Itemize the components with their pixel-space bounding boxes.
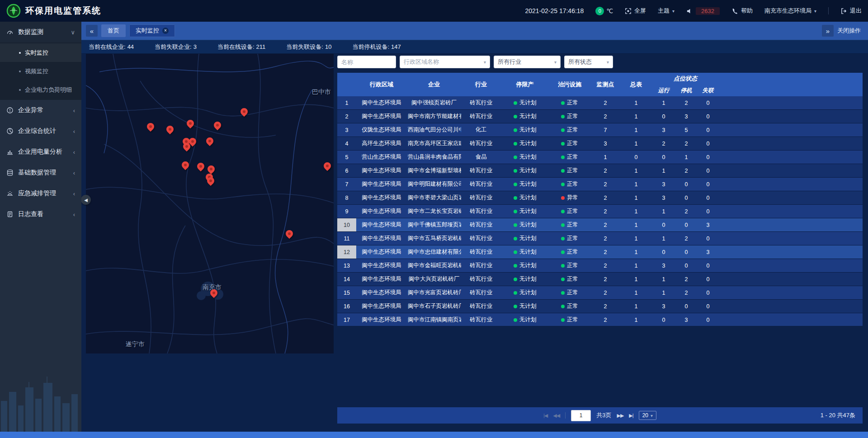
- industry-filter-select[interactable]: 所有行业 ▾: [494, 56, 561, 68]
- table-row[interactable]: 12阆中生态环境局阆中市忠信建材有限公砖瓦行业无计划正常21003: [337, 245, 863, 259]
- cell-meter: 1: [620, 300, 652, 313]
- region-filter-select[interactable]: 行政区域名称 ▾: [400, 56, 490, 68]
- sidebar-item-data-monitor[interactable]: 数据监测∨: [0, 22, 81, 42]
- sidebar-item-emergency-reduction[interactable]: 应急减排管理‹: [0, 183, 81, 204]
- chevron-left-icon: ‹: [73, 170, 75, 176]
- logout-button[interactable]: 退出: [840, 7, 862, 15]
- cell-region: 阆中生态环境局: [356, 96, 407, 110]
- table-row[interactable]: 5营山生态环境局营山县润丰肉食品有限食品无计划正常10010: [337, 151, 863, 164]
- cell-monitor: 7: [590, 123, 620, 137]
- map-pin[interactable]: [181, 160, 189, 171]
- tab-home[interactable]: 首页: [101, 24, 126, 37]
- sidebar-item-label: 企业异常: [18, 106, 69, 114]
- cell-region: 阆中生态环境局: [356, 259, 407, 273]
- status-dot-icon: [561, 264, 565, 268]
- cell-industry: 砖瓦行业: [461, 286, 501, 300]
- table-row[interactable]: 14阆中生态环境局阆中大兴页岩机砖厂砖瓦行业无计划正常21120: [337, 273, 863, 286]
- table-row[interactable]: 7阆中生态环境局阆中明阳建材有限公司砖瓦行业无计划正常21300: [337, 178, 863, 191]
- cell-meter: 1: [620, 313, 652, 326]
- map-pin[interactable]: [210, 288, 218, 299]
- tab-realtime-monitor[interactable]: 实时监控 ×: [129, 24, 175, 37]
- cell-region: 阆中生态环境局: [356, 232, 407, 245]
- map-pin[interactable]: [206, 137, 214, 147]
- sidebar-item-video-monitor[interactable]: 视频监控: [0, 62, 81, 80]
- close-tab-icon[interactable]: ×: [162, 28, 169, 34]
- last-page-button[interactable]: ▶|: [629, 413, 633, 419]
- map-pin[interactable]: [166, 125, 174, 136]
- sidebar-item-enterprise-abnormal[interactable]: 企业异常‹: [0, 100, 81, 121]
- header-divider: [828, 7, 829, 14]
- status-dot-icon: [514, 142, 517, 146]
- cell-monitor: 2: [590, 110, 620, 123]
- cell-facility: 正常: [549, 205, 590, 218]
- table-row[interactable]: 11阆中生态环境局阆中市五马桥页岩机砖砖瓦行业无计划正常21120: [337, 232, 863, 245]
- table-row[interactable]: 15阆中生态环境局阆中市光富页岩机砖厂砖瓦行业无计划正常21120: [337, 286, 863, 300]
- map-pin[interactable]: [213, 121, 222, 132]
- sidebar-item-power-usage-analysis[interactable]: 企业用电量分析‹: [0, 141, 81, 162]
- cell-facility: 正常: [549, 313, 590, 326]
- cell-lost: 0: [697, 96, 719, 110]
- name-filter-input[interactable]: [337, 56, 396, 68]
- cell-meter: 1: [620, 273, 652, 286]
- theme-dropdown[interactable]: 主题▾: [658, 7, 675, 15]
- cell-region: 阆中生态环境局: [356, 110, 407, 123]
- col-header-index: [337, 73, 356, 96]
- status-dot-icon: [561, 101, 565, 105]
- cell-facility: 正常: [549, 286, 590, 300]
- chevron-down-icon: ▾: [814, 9, 816, 14]
- status-filter-select[interactable]: 所有状态 ▾: [564, 56, 613, 68]
- map-pin[interactable]: [285, 229, 293, 240]
- sidebar-item-realtime-monitor[interactable]: 实时监控: [0, 43, 81, 62]
- cell-industry: 食品: [461, 151, 501, 164]
- help-button[interactable]: 帮助: [731, 7, 753, 15]
- tabs-scroll-left-button[interactable]: «: [86, 25, 98, 37]
- map-pin[interactable]: [197, 162, 205, 173]
- cell-stop: 0: [675, 300, 697, 313]
- table-row[interactable]: 4高坪生态环境局南充市高坪区王家店建砖瓦行业无计划正常31220: [337, 137, 863, 151]
- cell-industry: 砖瓦行业: [461, 273, 501, 286]
- cell-facility: 正常: [549, 151, 590, 164]
- status-dot-icon: [514, 223, 517, 227]
- map-pin[interactable]: [207, 176, 215, 187]
- table-row[interactable]: 13阆中生态环境局阆中市金福旺页岩机砖砖瓦行业无计划正常21300: [337, 259, 863, 273]
- table-row[interactable]: 16阆中生态环境局阆中市石子页岩机砖厂砖瓦行业无计划正常21300: [337, 300, 863, 313]
- table-row[interactable]: 8阆中生态环境局阆中市枣碧大梁山页岩砖瓦行业无计划异常21300: [337, 191, 863, 205]
- cell-index: 12: [337, 245, 356, 259]
- map-pin[interactable]: [240, 107, 248, 118]
- table-row[interactable]: 17阆中生态环境局阆中市江南镇阆南页岩砖瓦行业无计划正常21030: [337, 313, 863, 326]
- cell-monitor: 2: [590, 164, 620, 178]
- map-pin[interactable]: [146, 122, 155, 133]
- col-header-stop: 停机: [675, 85, 697, 96]
- sidebar-item-power-load-detail[interactable]: 企业电力负荷明细: [0, 80, 81, 99]
- first-page-button[interactable]: |◀: [543, 413, 547, 419]
- datetime-label: 2021-02-25 17:46:18: [525, 7, 584, 14]
- cell-meter: 1: [620, 110, 652, 123]
- table-row[interactable]: 10阆中生态环境局阆中千佛镇五郎垭页岩砖瓦行业无计划正常21003: [337, 218, 863, 232]
- temperature-badge: 0 ℃: [595, 7, 613, 15]
- sidebar-item-enterprise-statistics[interactable]: 企业综合统计‹: [0, 121, 81, 141]
- map-pin[interactable]: [323, 161, 331, 172]
- cell-index: 9: [337, 205, 356, 218]
- map-pin[interactable]: [186, 119, 194, 130]
- alert-indicator[interactable]: 2632: [686, 7, 720, 15]
- org-dropdown[interactable]: 南充市生态环境局▾: [764, 7, 816, 15]
- table-row[interactable]: 9阆中生态环境局阆中市二龙长宝页岩砖砖瓦行业无计划正常21120: [337, 205, 863, 218]
- prev-page-button[interactable]: ◀◀: [553, 413, 560, 419]
- table-row[interactable]: 2阆中生态环境局阆中市南方节能建材有砖瓦行业无计划正常21030: [337, 110, 863, 123]
- page-size-select[interactable]: 20 ▾: [639, 411, 656, 420]
- collapse-map-handle[interactable]: ◀: [81, 195, 91, 205]
- table-row[interactable]: 1阆中生态环境局阆中强锐页岩砖厂砖瓦行业无计划正常21120: [337, 96, 863, 110]
- sidebar-item-base-data-management[interactable]: 基础数据管理‹: [0, 162, 81, 183]
- cell-index: 4: [337, 137, 356, 151]
- page-input[interactable]: [571, 410, 591, 421]
- map-pin[interactable]: [183, 142, 191, 153]
- next-page-button[interactable]: ▶▶: [617, 413, 623, 419]
- sidebar-item-log-view[interactable]: 日志查看‹: [0, 204, 81, 225]
- fullscreen-button[interactable]: 全屏: [625, 7, 646, 15]
- cell-run: 1: [652, 164, 675, 178]
- tabs-scroll-right-button[interactable]: »: [822, 25, 834, 37]
- chevron-down-icon: ▾: [554, 60, 557, 65]
- table-row[interactable]: 3仪陇生态环境局西南油气田分公司川中化工无计划正常71350: [337, 123, 863, 137]
- close-operations-button[interactable]: 关闭操作: [837, 27, 861, 35]
- table-row[interactable]: 6阆中生态环境局阆中市金博瑞新型墙材砖瓦行业无计划正常21120: [337, 164, 863, 178]
